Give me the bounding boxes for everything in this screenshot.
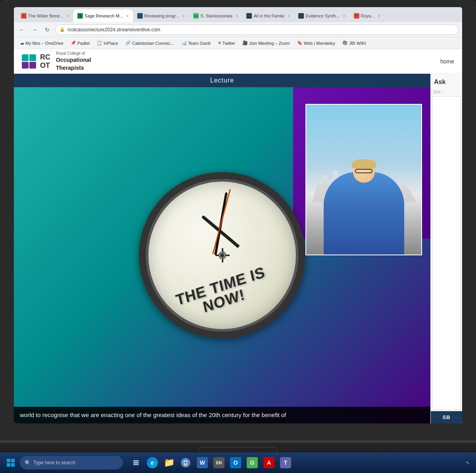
bookmarks-bar: ☁ My files – OneDrive 📌 Padlet 📋 InPlace…: [14, 37, 462, 49]
rcot-nav-home[interactable]: home: [440, 58, 454, 65]
tab-5-close[interactable]: ×: [286, 13, 290, 18]
bookmark-twitter[interactable]: ✕ Twitter: [215, 40, 238, 46]
address-bar: ← → ↻ 🔒 rcotcassonlecture2024.streameven…: [14, 22, 462, 37]
bookmark-mendeley-label: Web | Mendeley: [304, 41, 335, 46]
bookmark-onedrive[interactable]: ☁ My files – OneDrive: [17, 40, 66, 46]
bookmark-twitter-label: Twitter: [223, 41, 235, 46]
tab-6-close[interactable]: ×: [341, 13, 345, 18]
bookmark-onedrive-label: My files – OneDrive: [25, 41, 63, 46]
taskbar-app-edge[interactable]: e: [144, 455, 160, 471]
speaker-background: [306, 105, 421, 255]
start-button[interactable]: [3, 455, 18, 470]
video-container[interactable]: THE TIME IS NOW!: [14, 87, 430, 423]
ask-header: Ask: [431, 74, 462, 89]
clock-slide: THE TIME IS NOW!: [14, 87, 430, 423]
bookmark-teamgantt[interactable]: 📊 Team Gantt: [178, 40, 213, 46]
forward-button[interactable]: →: [30, 25, 39, 34]
tab-2-favicon: S: [77, 13, 83, 19]
tab-3[interactable]: BM Reviewing progr... ×: [133, 10, 189, 22]
tab-4-close[interactable]: ×: [234, 13, 238, 18]
secure-icon: 🔒: [60, 27, 65, 32]
tabs-bar: E The Wider Bene... × S Sage Research M.…: [14, 7, 462, 22]
tab-3-close[interactable]: ×: [181, 13, 185, 18]
taskbar: 🔍 Type here to search ⊞ e 📁: [0, 452, 476, 473]
speaker-video-inset: [305, 104, 422, 255]
taskbar-search[interactable]: 🔍 Type here to search: [20, 456, 123, 469]
tab-4-label: S. Staniszewska: [200, 13, 232, 18]
rcot-sq-tl: [22, 54, 29, 61]
tab-7[interactable]: R Roya... ×: [350, 10, 384, 22]
tab-3-favicon: BM: [137, 13, 143, 19]
taskbar-apps: ⊞ e 📁: [128, 455, 294, 471]
taskbar-app-explorer[interactable]: 📁: [161, 455, 177, 471]
mendeley-icon: 🔖: [297, 40, 303, 46]
tab-5-favicon: ▲: [246, 13, 252, 19]
tab-2[interactable]: S Sage Research M... ×: [73, 10, 133, 22]
laptop-hinge: [0, 440, 476, 443]
tab-1-close[interactable]: ×: [65, 13, 69, 18]
rcot-sq-br: [29, 62, 36, 69]
browser-window: E The Wider Bene... × S Sage Research M.…: [14, 7, 462, 423]
tab-5[interactable]: ▲ All in the Family ×: [242, 10, 294, 22]
jbi-icon: 📚: [342, 40, 348, 46]
subtitle-text: world to recognise that we are enacting …: [20, 412, 286, 418]
tab-6[interactable]: ▲ Evidence Synth... ×: [294, 10, 349, 22]
bookmark-mendeley[interactable]: 🔖 Web | Mendeley: [294, 40, 338, 46]
taskview-icon: ⊞: [130, 457, 141, 468]
rcot-sq-bl: [22, 62, 29, 69]
tab-2-close[interactable]: ×: [125, 13, 129, 18]
teams-icon: T: [280, 457, 291, 468]
clock-center: [219, 252, 225, 259]
taskbar-app-g[interactable]: G: [244, 455, 260, 471]
tab-1[interactable]: E The Wider Bene... ×: [17, 10, 73, 22]
rcot-logo: RCOT Royal College of Occupational Thera…: [22, 51, 91, 72]
bookmark-caledonian-label: Caledonian Connec...: [132, 41, 174, 46]
search-placeholder-text: Type here to search: [33, 460, 75, 465]
subtitle-bar: world to recognise that we are enacting …: [14, 407, 430, 424]
ask-panel: Ask Que... SB: [430, 74, 462, 423]
bookmark-padlet[interactable]: 📌 Padlet: [68, 40, 92, 46]
back-button[interactable]: ←: [17, 25, 27, 34]
tab-6-favicon: ▲: [298, 13, 304, 19]
speaker-hair: [352, 159, 376, 169]
bookmark-inplace[interactable]: 📋 InPlace: [94, 40, 121, 46]
tab-7-close[interactable]: ×: [376, 13, 380, 18]
main-area: Lecture: [14, 74, 462, 423]
rcot-header: RCOT Royal College of Occupational Thera…: [14, 49, 462, 74]
taskbar-app-acrobat[interactable]: A: [261, 455, 277, 471]
acrobat-icon: A: [263, 457, 274, 468]
tray-cursor: ↖: [466, 460, 470, 465]
bookmark-padlet-label: Padlet: [77, 41, 90, 46]
explorer-icon: 📁: [163, 457, 175, 468]
taskbar-app-language[interactable]: EN: [211, 455, 227, 471]
edge-icon: e: [147, 457, 158, 468]
g-app-icon: G: [247, 457, 258, 468]
bookmark-caledonian[interactable]: 🔗 Caledonian Connec...: [123, 40, 177, 46]
tab-1-favicon: E: [21, 13, 27, 19]
inplace-icon: 📋: [97, 40, 102, 46]
tab-4[interactable]: EN S. Staniszewska ×: [189, 10, 242, 22]
rcot-sq-tr: [29, 54, 36, 61]
bookmark-jbi[interactable]: 📚 JBI WIKI: [340, 40, 369, 46]
rcot-squares: [22, 54, 36, 69]
bookmark-zoom[interactable]: 🎥 Join Meeting – Zoom: [240, 40, 293, 46]
taskbar-app-outlook[interactable]: O: [228, 455, 244, 471]
windows-logo: [7, 459, 15, 467]
stream-panel: Lecture: [14, 74, 430, 423]
taskbar-app-taskview[interactable]: ⊞: [128, 455, 144, 471]
taskbar-app-teams[interactable]: T: [278, 455, 294, 471]
chrome-icon: [180, 457, 191, 468]
ask-input-label: Que...: [431, 89, 462, 95]
submit-button[interactable]: SB: [431, 411, 462, 423]
tab-5-label: All in the Family: [253, 13, 284, 18]
refresh-button[interactable]: ↻: [42, 25, 52, 34]
laptop-frame: E The Wider Bene... × S Sage Research M.…: [0, 0, 476, 473]
outlook-icon: O: [230, 457, 241, 468]
ask-input-area[interactable]: [432, 96, 461, 410]
windows-sq-tl: [7, 459, 10, 462]
system-tray: ↖: [466, 460, 473, 465]
word-icon: W: [197, 457, 208, 468]
taskbar-app-word[interactable]: W: [194, 455, 210, 471]
url-box[interactable]: 🔒 rcotcassonlecture2024.streameventlive.…: [55, 25, 459, 35]
taskbar-app-chrome[interactable]: [178, 455, 194, 471]
